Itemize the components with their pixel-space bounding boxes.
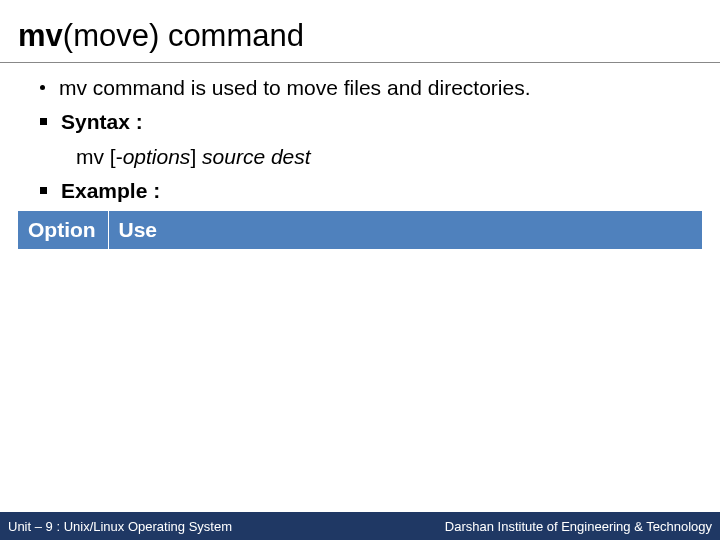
bullet-square-icon [40, 187, 47, 194]
options-table: Option Use [18, 211, 702, 249]
slide: mv(move) command mv command is used to m… [0, 0, 720, 540]
content-area: mv command is used to move files and dir… [0, 69, 720, 249]
bullet-syntax-row: Syntax : [40, 107, 702, 137]
footer-right: Darshan Institute of Engineering & Techn… [445, 519, 712, 534]
bullet-intro-text: mv command is used to move files and dir… [59, 73, 702, 103]
syntax-args: source dest [202, 145, 311, 168]
title-bold: mv [18, 18, 63, 53]
bullet-square-icon [40, 118, 47, 125]
bullet-example-row: Example : [40, 176, 702, 206]
syntax-label: Syntax : [61, 107, 702, 137]
syntax-line: mv [-options] source dest [76, 142, 702, 172]
syntax-cmd: mv [- [76, 145, 123, 168]
footer-left: Unit – 9 : Unix/Linux Operating System [8, 519, 232, 534]
table-header-use: Use [108, 211, 702, 249]
syntax-options: options [123, 145, 191, 168]
table-header-row: Option Use [18, 211, 702, 249]
bullet-dot-icon [40, 85, 45, 90]
example-label: Example : [61, 176, 702, 206]
syntax-mid: ] [190, 145, 202, 168]
title-rest: (move) command [63, 18, 304, 53]
table-header-option: Option [18, 211, 108, 249]
title-divider [0, 62, 720, 63]
bullet-intro-row: mv command is used to move files and dir… [40, 73, 702, 103]
footer-bar: Unit – 9 : Unix/Linux Operating System D… [0, 512, 720, 540]
slide-title: mv(move) command [0, 0, 720, 62]
